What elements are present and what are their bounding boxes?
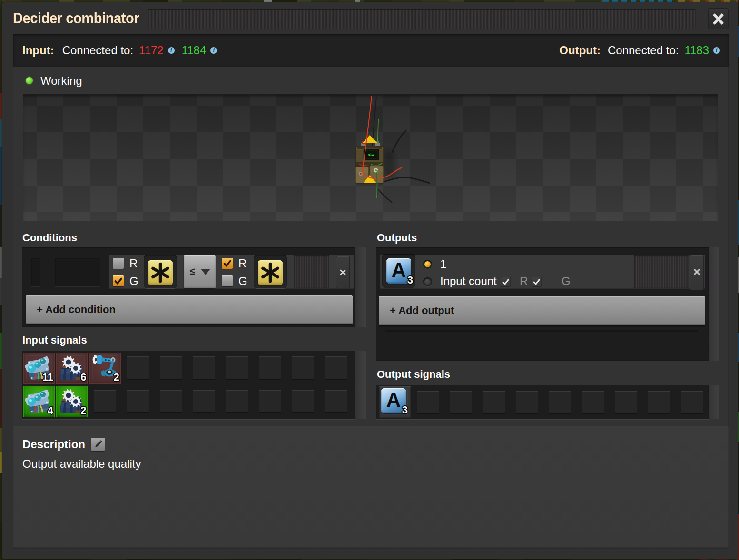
- svg-text:<=: <=: [368, 152, 374, 158]
